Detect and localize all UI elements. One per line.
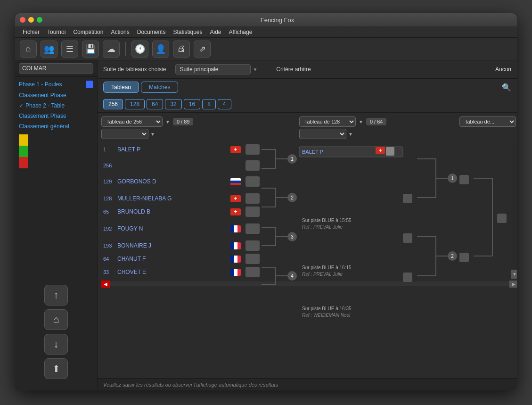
tab-tableau[interactable]: Tableau xyxy=(103,82,139,93)
round-32[interactable]: 32 xyxy=(165,99,181,109)
users-button[interactable]: 👥 xyxy=(41,41,57,58)
player-row-1: 1 BALET P xyxy=(101,143,262,156)
bracket-svg: 1 2 BALET P + Sur pis xyxy=(257,143,517,331)
scroll-down-button[interactable]: ▼ xyxy=(511,270,517,279)
svg-rect-44 xyxy=(459,175,469,184)
tableau1-score: 0 / 89 xyxy=(173,118,194,125)
tableau2-sub-chevron: ▼ xyxy=(348,132,353,137)
print-button[interactable]: 🖨 xyxy=(173,41,190,58)
share-button[interactable]: ⇗ xyxy=(194,41,211,58)
sidebar-nav: Phase 1 - Poules Classement Phase Phase … xyxy=(15,77,97,279)
round-16[interactable]: 16 xyxy=(184,99,200,109)
suite-select[interactable]: Suite principale xyxy=(175,64,251,74)
round-128[interactable]: 128 xyxy=(125,99,145,109)
list-button[interactable]: ☰ xyxy=(61,41,78,58)
flag-ru-129 xyxy=(230,178,241,185)
title-bar: Fencing Fox xyxy=(15,13,517,26)
minimize-button[interactable] xyxy=(28,17,34,23)
seed-1: 1 xyxy=(103,147,117,152)
round-8[interactable]: 8 xyxy=(202,99,216,109)
sidebar-item-phase1[interactable]: Phase 1 - Poules xyxy=(15,79,97,90)
player-row-192: 192 FOUGY N xyxy=(101,222,262,235)
arbitre-value: Aucun xyxy=(495,66,511,73)
score-box-128[interactable] xyxy=(246,193,260,204)
critere-label: Critère arbitre xyxy=(276,66,311,73)
score-box-65[interactable] xyxy=(246,207,260,217)
score-box-129[interactable] xyxy=(246,176,260,187)
sidebar-nav-arrows: ↑ ⌂ ↓ ⬆ xyxy=(15,279,97,390)
svg-rect-12 xyxy=(299,147,403,157)
tab-matches[interactable]: Matches xyxy=(141,82,178,93)
v-scroll-panel: ▼ xyxy=(511,143,517,279)
tableau2-select[interactable]: Tableau de 128 xyxy=(299,116,356,127)
score-box-256[interactable] xyxy=(246,160,260,171)
cloud-upload-button[interactable]: ⬆ xyxy=(44,358,68,379)
save-button[interactable]: 💾 xyxy=(82,41,99,58)
sidebar-item-classement-general[interactable]: Classement général xyxy=(15,121,97,132)
menu-actions[interactable]: Actions xyxy=(107,26,133,37)
close-button[interactable] xyxy=(20,17,25,23)
svg-text:Sur piste BLUE à 16:15: Sur piste BLUE à 16:15 xyxy=(302,265,352,270)
maximize-button[interactable] xyxy=(37,17,42,23)
nav-down-button[interactable]: ↓ xyxy=(44,334,68,355)
svg-point-35 xyxy=(287,271,297,281)
round-selector: 256 128 64 32 16 8 4 xyxy=(98,96,517,113)
score-box-64[interactable] xyxy=(246,254,260,264)
tableau1-sub-chevron: ▼ xyxy=(150,132,155,137)
profile-button[interactable]: 👤 xyxy=(152,41,169,58)
menu-statistiques[interactable]: Statistiques xyxy=(169,26,206,37)
menu-fichier[interactable]: Fichier xyxy=(19,26,43,37)
score-box-192[interactable] xyxy=(246,223,260,234)
status-text: Veuillez saisir les résultats ou observe… xyxy=(103,382,278,388)
seed-256: 256 xyxy=(103,163,117,168)
flag-ch-65 xyxy=(230,208,241,215)
flag-fr-33 xyxy=(230,269,241,276)
svg-rect-55 xyxy=(497,214,507,223)
scroll-right-button[interactable]: ▶ xyxy=(509,281,517,288)
sidebar-item-classement1[interactable]: Classement Phase xyxy=(15,90,97,100)
player-row-193: 193 BONNAIRE J xyxy=(101,239,262,252)
headers-row: Tableau de 256 ▼ 0 / 89 ▼ xyxy=(101,116,517,139)
seed-193: 193 xyxy=(103,243,117,248)
score-box-193[interactable] xyxy=(246,240,260,251)
svg-text:BALET P: BALET P xyxy=(302,149,323,155)
score-box-1[interactable] xyxy=(246,144,260,155)
round-64[interactable]: 64 xyxy=(147,99,163,109)
bracket-area[interactable]: Tableau de 256 ▼ 0 / 89 ▼ xyxy=(98,113,517,378)
round-4[interactable]: 4 xyxy=(218,99,231,109)
menu-affichage[interactable]: Affichage xyxy=(225,26,256,37)
svg-text:Sur piste BLUE à 16:35: Sur piste BLUE à 16:35 xyxy=(302,306,352,311)
svg-rect-30 xyxy=(403,233,412,243)
sidebar: COLMAR Phase 1 - Poules Classement Phase… xyxy=(15,60,98,390)
svg-text:2: 2 xyxy=(451,254,454,259)
menu-competition[interactable]: Compétition xyxy=(69,26,107,37)
scroll-left-button[interactable]: ◀ xyxy=(101,281,110,288)
search-button[interactable]: 🔍 xyxy=(502,83,511,92)
tableau1-select[interactable]: Tableau de 256 xyxy=(101,116,163,127)
svg-point-42 xyxy=(448,174,457,183)
menu-documents[interactable]: Documents xyxy=(133,26,170,37)
round-256[interactable]: 256 xyxy=(103,99,123,109)
home-button[interactable]: ⌂ xyxy=(20,41,37,58)
tableau2-chevron: ▼ xyxy=(359,119,363,124)
nav-up-button[interactable]: ↑ xyxy=(44,285,68,306)
cloud-button[interactable]: ☁ xyxy=(103,41,120,58)
seed-129: 129 xyxy=(103,179,117,184)
sidebar-item-classement2[interactable]: Classement Phase xyxy=(15,111,97,121)
name-brunoldb: BRUNOLD B xyxy=(117,208,230,215)
color-green xyxy=(19,146,28,157)
menu-aide[interactable]: Aide xyxy=(206,26,225,37)
location-select[interactable]: COLMAR xyxy=(19,63,93,74)
score-box-33[interactable] xyxy=(246,267,260,277)
tableau3-select[interactable]: Tableau de... xyxy=(459,116,516,127)
svg-text:+: + xyxy=(378,147,382,154)
svg-rect-51 xyxy=(459,253,469,262)
tableau2-sub-select[interactable] xyxy=(299,129,346,139)
tableau1-sub-select[interactable] xyxy=(101,129,148,139)
menu-tournoi[interactable]: Tournoi xyxy=(43,26,69,37)
sidebar-item-phase2[interactable]: Phase 2 - Table xyxy=(15,100,97,111)
nav-home-button[interactable]: ⌂ xyxy=(44,309,68,330)
clock-button[interactable]: 🕐 xyxy=(131,41,148,58)
tableau1-chevron: ▼ xyxy=(165,119,170,124)
tab-bar: Tableau Matches 🔍 xyxy=(98,79,517,96)
